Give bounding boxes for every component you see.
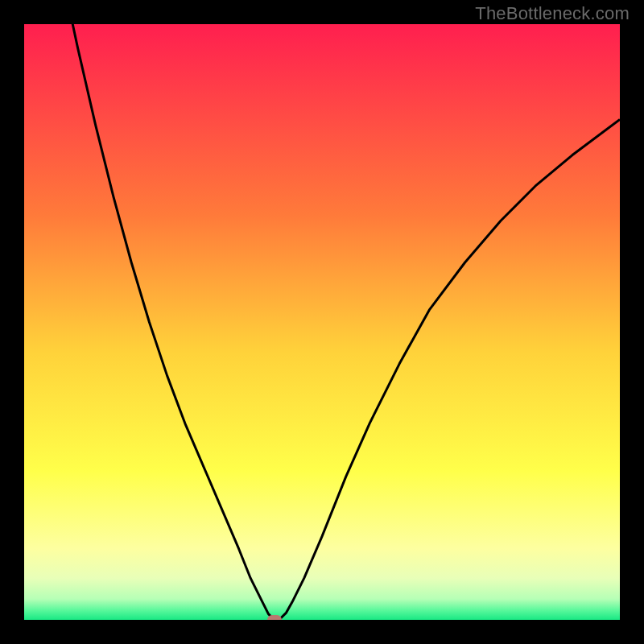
watermark-text: TheBottleneck.com bbox=[475, 3, 630, 24]
optimum-marker bbox=[267, 615, 282, 620]
bottleneck-curve bbox=[24, 24, 620, 620]
chart-frame: TheBottleneck.com bbox=[0, 0, 644, 644]
plot-area bbox=[24, 24, 620, 620]
curve-svg bbox=[24, 24, 620, 620]
